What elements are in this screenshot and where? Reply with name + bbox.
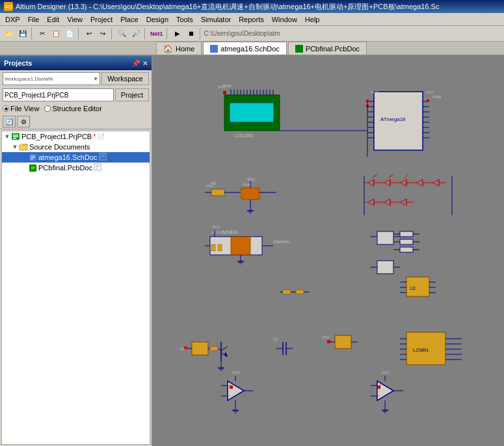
structure-editor-radio[interactable]: [44, 105, 51, 112]
schematic-view: LCD1602 VCC GND: [153, 56, 504, 446]
content-area[interactable]: LCD1602 VCC GND: [153, 56, 504, 446]
toolbar-btn-stop[interactable]: ⏹: [185, 28, 198, 40]
project-input-label: PCB_Project1.PrjPCB: [5, 92, 68, 99]
tab-label: Home: [176, 45, 194, 53]
svg-rect-3: [13, 138, 16, 139]
svg-text:R1: R1: [211, 181, 217, 185]
title-bar: AD Altium Designer (13.3) - C:\Users\gou…: [0, 0, 504, 13]
toolbar-sep-4: [144, 28, 147, 40]
svg-rect-174: [335, 335, 351, 348]
toolbar-btn-copy[interactable]: 📋: [49, 28, 62, 40]
main-area: Projects 📌 ✕ Workspace1.DsnWrk ▼ Workspa…: [0, 56, 504, 446]
toolbar: 📁 💾 ✂ 📋 📄 ↩ ↪ 🔍 🔎 Net1 ▶ ⏹ C:\Users\gou\…: [0, 26, 504, 42]
tab-label: atmega16.SchDoc: [220, 45, 280, 53]
toolbar-btn-undo[interactable]: ↩: [83, 28, 96, 40]
toolbar-net-label: Net1: [149, 31, 165, 37]
project-button[interactable]: Project: [115, 88, 149, 101]
toolbar-sep-3: [111, 28, 114, 40]
tree-pcbdoc-item[interactable]: PCbfinal.PcbDoc: [2, 163, 150, 173]
menu-item-project[interactable]: Project: [86, 15, 116, 24]
svg-rect-215: [283, 290, 291, 294]
toolbar-btn-2[interactable]: 💾: [16, 28, 29, 40]
toolbar-btn-redo[interactable]: ↪: [96, 28, 109, 40]
toolbar-btn-cut[interactable]: ✂: [36, 28, 49, 40]
svg-rect-21: [153, 62, 504, 439]
project-tree: ▼ PCB_Project1.PrjPCB * 📄 ▼: [1, 131, 150, 445]
menu-item-window[interactable]: Window: [268, 15, 301, 24]
panel-title: Projects: [4, 59, 32, 67]
svg-rect-23: [230, 103, 274, 122]
toolbar-btn-1[interactable]: 📁: [3, 28, 16, 40]
tab-atmega16-schdoc[interactable]: atmega16.SchDoc: [203, 42, 287, 55]
menu-item-dxp[interactable]: DXP: [1, 15, 24, 24]
tree-source-folder[interactable]: ▼ Source Documents: [2, 142, 150, 152]
svg-rect-64: [427, 99, 429, 102]
svg-text:L298N: L298N: [413, 347, 429, 353]
tree-schdoc-item[interactable]: atmega16.SchDoc: [2, 152, 150, 163]
project-node-label: PCB_Project1.PrjPCB: [21, 133, 92, 140]
workspace-row: Workspace1.DsnWrk ▼ Workspace: [0, 70, 152, 87]
svg-rect-216: [296, 290, 304, 294]
svg-rect-225: [230, 386, 233, 389]
tree-project-node[interactable]: ▼ PCB_Project1.PrjPCB * 📄: [2, 131, 150, 142]
pcbdoc-label: PCbfinal.PcbDoc: [38, 164, 92, 172]
panel-settings-btn[interactable]: ⚙: [17, 116, 30, 127]
panel-header-icons: 📌 ✕: [132, 60, 148, 67]
modified-indicator: *: [93, 133, 96, 140]
workspace-dropdown[interactable]: Workspace1.DsnWrk ▼: [3, 72, 100, 85]
view-options: File View Structure Editor: [0, 103, 152, 114]
svg-text:VCC(电机驱动): VCC(电机驱动): [211, 230, 238, 234]
svg-rect-226: [377, 386, 380, 389]
svg-text:U1A: U1A: [243, 183, 250, 187]
svg-rect-123: [218, 244, 222, 251]
file-view-label: File View: [10, 105, 39, 112]
toolbar-path: C:\Users\gou\Desktop\atm: [204, 30, 280, 37]
tree-expand-folder[interactable]: ▼: [11, 144, 19, 150]
project-input: PCB_Project1.PrjPCB: [3, 88, 114, 101]
folder-icon: [19, 142, 28, 151]
menu-item-tools[interactable]: Tools: [172, 15, 197, 24]
svg-text:GND: GND: [223, 84, 232, 88]
app-icon: AD: [4, 2, 13, 11]
menu-item-reports[interactable]: Reports: [235, 15, 268, 24]
menu-item-help[interactable]: Help: [301, 15, 324, 24]
tab-home[interactable]: 🏠Home: [156, 42, 202, 55]
svg-text:VCC: VCC: [371, 90, 379, 94]
menu-item-place[interactable]: Place: [116, 15, 142, 24]
schdoc-icon: [28, 153, 37, 162]
svg-rect-4: [20, 145, 27, 150]
svg-rect-70: [242, 188, 259, 200]
menu-item-simulator[interactable]: Simulator: [197, 15, 235, 24]
svg-text:VCC: VCC: [382, 371, 390, 374]
menu-item-file[interactable]: File: [24, 15, 44, 24]
file-view-radio[interactable]: [3, 105, 9, 112]
toolbar-btn-zoom-out[interactable]: 🔎: [129, 28, 142, 40]
panel-toolbar: 🔄 ⚙: [0, 114, 152, 129]
file-view-option[interactable]: File View: [3, 105, 39, 112]
svg-rect-140: [400, 247, 413, 252]
svg-text:U2: U2: [410, 286, 416, 291]
title-text: Altium Designer (13.3) - C:\Users\gou\De…: [16, 2, 439, 12]
svg-text:VCC: VCC: [212, 225, 220, 229]
menu-item-design[interactable]: Design: [142, 15, 172, 24]
toolbar-btn-paste[interactable]: 📄: [63, 28, 76, 40]
menu-item-edit[interactable]: Edit: [43, 15, 63, 24]
svg-rect-2: [13, 137, 18, 138]
svg-text:VCC: VCC: [426, 90, 434, 94]
tree-expand-project[interactable]: ▼: [3, 133, 11, 140]
structure-editor-option[interactable]: Structure Editor: [44, 105, 101, 112]
workspace-button[interactable]: Workspace: [101, 72, 149, 85]
panel-close-icon[interactable]: ✕: [142, 60, 148, 67]
panel-refresh-btn[interactable]: 🔄: [3, 116, 16, 127]
svg-rect-14: [30, 165, 35, 170]
workspace-dropdown-arrow: ▼: [93, 76, 98, 82]
toolbar-btn-run[interactable]: ▶: [171, 28, 184, 40]
toolbar-btn-zoom-in[interactable]: 🔍: [116, 28, 129, 40]
panel-pin-icon[interactable]: 📌: [132, 60, 140, 67]
tab-pcbfinal-pcbdoc[interactable]: PCbfinal.PcbDoc: [288, 42, 367, 55]
schdoc-file-icon: [99, 153, 107, 162]
left-panel: Projects 📌 ✕ Workspace1.DsnWrk ▼ Workspa…: [0, 56, 153, 446]
project-row: PCB_Project1.PrjPCB Project: [0, 87, 152, 103]
toolbar-sep-6: [200, 28, 202, 40]
menu-item-view[interactable]: View: [63, 15, 86, 24]
